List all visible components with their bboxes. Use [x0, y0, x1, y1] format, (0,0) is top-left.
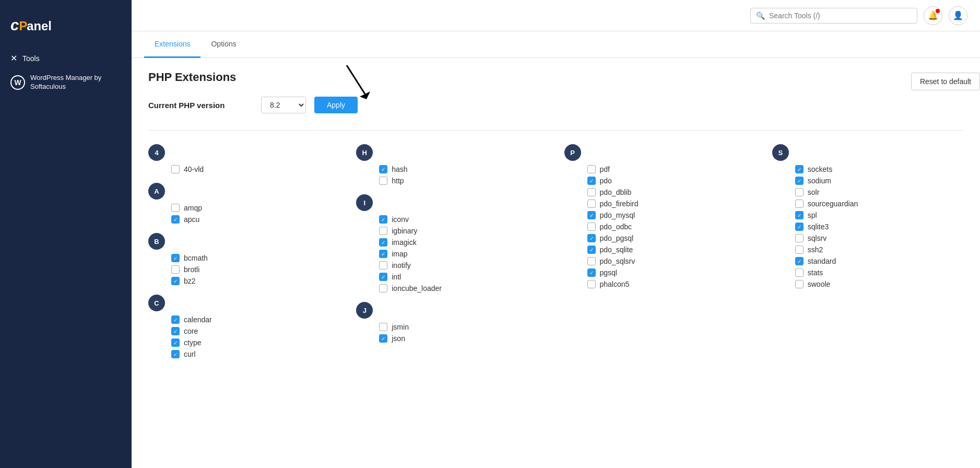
ext-item-pdo-odbc[interactable]: pdo_odbc [587, 223, 755, 231]
checkbox-jsmin[interactable] [379, 323, 387, 331]
checkbox-sqlsrv[interactable] [795, 234, 804, 242]
ext-item-calendar[interactable]: calendar [171, 315, 339, 324]
checkbox-intl[interactable] [379, 273, 387, 281]
user-button[interactable]: 👤 [949, 6, 967, 25]
checkbox-curl[interactable] [171, 350, 180, 358]
ext-item-stats[interactable]: stats [795, 268, 963, 277]
checkbox-standard[interactable] [795, 257, 804, 265]
checkbox-amqp[interactable] [171, 204, 180, 212]
checkbox-pdo-dblib[interactable] [587, 188, 596, 196]
ext-item-bz2[interactable]: bz2 [171, 277, 339, 285]
checkbox-calendar[interactable] [171, 315, 180, 324]
ext-item-sockets[interactable]: sockets [795, 165, 963, 173]
checkbox-sourceguardian[interactable] [795, 200, 804, 208]
tabs-bar: Extensions Options [132, 31, 980, 58]
tab-options[interactable]: Options [200, 31, 246, 58]
checkbox-imap[interactable] [379, 250, 387, 258]
checkbox-sqlite3[interactable] [795, 223, 804, 231]
ext-item-iconv[interactable]: iconv [379, 215, 547, 224]
ext-item-sourceguardian[interactable]: sourceguardian [795, 200, 963, 208]
ext-item-brotli[interactable]: brotli [171, 265, 339, 274]
ext-item-sqlite3[interactable]: sqlite3 [795, 223, 963, 231]
checkbox-sodium[interactable] [795, 177, 804, 185]
checkbox-sockets[interactable] [795, 165, 804, 173]
checkbox-pdo-mysql[interactable] [587, 211, 596, 219]
ext-item-pdo-firebird[interactable]: pdo_firebird [587, 200, 755, 208]
checkbox-apcu[interactable] [171, 215, 180, 224]
checkbox-igbinary[interactable] [379, 227, 387, 235]
checkbox-ioncube-loader[interactable] [379, 284, 387, 292]
ext-item-sodium[interactable]: sodium [795, 177, 963, 185]
ext-item-jsmin[interactable]: jsmin [379, 323, 547, 331]
ext-item-inotify[interactable]: inotify [379, 261, 547, 270]
checkbox-stats[interactable] [795, 268, 804, 277]
checkbox-json[interactable] [379, 334, 387, 343]
ext-item-pdo-mysql[interactable]: pdo_mysql [587, 211, 755, 219]
ext-item-curl[interactable]: curl [171, 350, 339, 358]
ext-item-igbinary[interactable]: igbinary [379, 227, 547, 235]
ext-item-json[interactable]: json [379, 334, 547, 343]
checkbox-pdo-firebird[interactable] [587, 200, 596, 208]
checkbox-bcmath[interactable] [171, 254, 180, 262]
checkbox-http[interactable] [379, 177, 387, 185]
checkbox-pgsql[interactable] [587, 268, 596, 277]
checkbox-pdo-sqlite[interactable] [587, 245, 596, 254]
checkbox-pdo-odbc[interactable] [587, 223, 596, 231]
checkbox-ssh2[interactable] [795, 245, 804, 254]
ext-item-pdo-sqlite[interactable]: pdo_sqlite [587, 245, 755, 254]
ext-item-standard[interactable]: standard [795, 257, 963, 265]
checkbox-pdf[interactable] [587, 165, 596, 173]
ext-item-pgsql[interactable]: pgsql [587, 268, 755, 277]
sidebar-item-wordpress[interactable]: W WordPress Manager by Softaculous [0, 68, 132, 97]
ext-item-amqp[interactable]: amqp [171, 204, 339, 212]
checkbox-phalcon5[interactable] [587, 280, 596, 288]
notifications-button[interactable]: 🔔 [924, 6, 942, 25]
ext-item-ioncube-loader[interactable]: ioncube_loader [379, 284, 547, 292]
ext-item-apcu[interactable]: apcu [171, 215, 339, 224]
checkbox-bz2[interactable] [171, 277, 180, 285]
checkbox-pdo[interactable] [587, 177, 596, 185]
ext-item-hash[interactable]: hash [379, 165, 547, 173]
ext-item-sqlsrv[interactable]: sqlsrv [795, 234, 963, 242]
checkbox-iconv[interactable] [379, 215, 387, 224]
apply-button[interactable]: Apply [314, 97, 358, 113]
ext-item-pdo[interactable]: pdo [587, 177, 755, 185]
ext-item-core[interactable]: core [171, 327, 339, 335]
content-area: Extensions Options PHP Extensions Reset … [132, 31, 980, 468]
checkbox-hash[interactable] [379, 165, 387, 173]
header: 🔍 🔔 👤 [132, 0, 980, 31]
ext-item-pdo-dblib[interactable]: pdo_dblib [587, 188, 755, 196]
ext-item-solr[interactable]: solr [795, 188, 963, 196]
checkbox-pdo-pgsql[interactable] [587, 234, 596, 242]
checkbox-swoole[interactable] [795, 280, 804, 288]
checkbox-ctype[interactable] [171, 338, 180, 347]
ext-item-phalcon5[interactable]: phalcon5 [587, 280, 755, 288]
ext-item-pdo-pgsql[interactable]: pdo_pgsql [587, 234, 755, 242]
reset-to-default-button[interactable]: Reset to default [911, 73, 980, 90]
ext-item-spl[interactable]: spl [795, 211, 963, 219]
ext-item-pdf[interactable]: pdf [587, 165, 755, 173]
checkbox-core[interactable] [171, 327, 180, 335]
checkbox-pdo-sqlsrv[interactable] [587, 257, 596, 265]
checkbox-spl[interactable] [795, 211, 804, 219]
sidebar-item-tools[interactable]: ✕ Tools [0, 48, 132, 68]
ext-item-intl[interactable]: intl [379, 273, 547, 281]
checkbox-brotli[interactable] [171, 265, 180, 274]
tab-extensions[interactable]: Extensions [144, 31, 200, 58]
checkbox-solr[interactable] [795, 188, 804, 196]
ext-item-swoole[interactable]: swoole [795, 280, 963, 288]
ext-item-ssh2[interactable]: ssh2 [795, 245, 963, 254]
ext-item-imap[interactable]: imap [379, 250, 547, 258]
ext-item-pdo-sqlsrv[interactable]: pdo_sqlsrv [587, 257, 755, 265]
checkbox-40-vld[interactable] [171, 165, 180, 173]
ext-item-http[interactable]: http [379, 177, 547, 185]
ext-item-ctype[interactable]: ctype [171, 338, 339, 347]
checkbox-inotify[interactable] [379, 261, 387, 270]
search-input[interactable] [769, 11, 912, 20]
ext-item-imagick[interactable]: imagick [379, 238, 547, 247]
ext-item-bcmath[interactable]: bcmath [171, 254, 339, 262]
checkbox-imagick[interactable] [379, 238, 387, 247]
ext-item-40-vld[interactable]: 40-vld [171, 165, 339, 173]
search-container[interactable]: 🔍 [750, 8, 917, 24]
php-version-select[interactable]: 8.2 7.4 8.0 8.1 8.3 [261, 97, 306, 113]
